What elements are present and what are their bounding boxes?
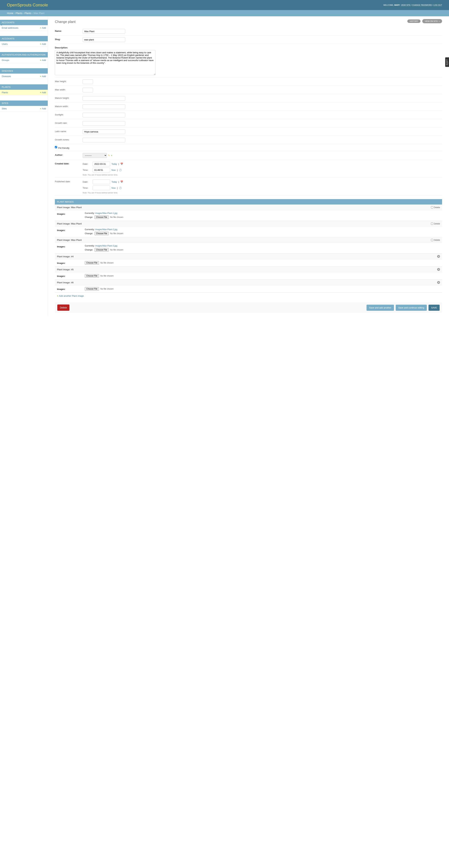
- save-add-another-button[interactable]: [366, 305, 394, 311]
- now-link[interactable]: Now: [112, 169, 116, 172]
- sidebar-app-caption[interactable]: DISEASES: [0, 68, 48, 73]
- label-growth-zones: Growth zones:: [55, 138, 83, 141]
- save-continue-button[interactable]: [396, 305, 427, 311]
- sidebar-app-caption[interactable]: PLANTS: [0, 84, 48, 90]
- sidebar-model-link[interactable]: Users: [2, 43, 8, 45]
- now-link[interactable]: Now: [112, 187, 116, 189]
- clock-icon[interactable]: 🕐: [119, 169, 122, 172]
- sidebar-model-link[interactable]: Sites: [2, 107, 7, 110]
- calendar-icon[interactable]: 📅: [120, 163, 123, 165]
- breadcrumb: Home › Plants › Plants › Wax Plant: [0, 10, 449, 16]
- sidebar-app-caption[interactable]: SITES: [0, 100, 48, 106]
- sidebar-add-link[interactable]: Add: [40, 107, 46, 110]
- label-author: Author:: [55, 153, 83, 156]
- growth-zones-input[interactable]: [83, 138, 125, 142]
- history-link[interactable]: HISTORY: [407, 20, 421, 23]
- label-images: Images:: [57, 245, 85, 248]
- label-date: Date:: [83, 163, 91, 165]
- view-on-site-link[interactable]: VIEW ON SITE: [422, 19, 442, 23]
- slug-input[interactable]: [83, 37, 125, 42]
- choose-file-button[interactable]: Choose File: [85, 287, 99, 290]
- breadcrumb-model[interactable]: Plants: [25, 12, 31, 14]
- field-max-width: Max width:: [55, 86, 442, 94]
- mature-width-input[interactable]: [83, 104, 125, 109]
- label-time: Time:: [83, 187, 91, 189]
- breadcrumb-home[interactable]: Home: [7, 12, 13, 14]
- choose-file-button[interactable]: Choose File: [94, 248, 109, 252]
- breadcrumb-app[interactable]: Plants: [16, 12, 22, 14]
- site-title[interactable]: OpenSprouts Console: [7, 3, 48, 7]
- latin-name-input[interactable]: [83, 129, 125, 134]
- sidebar-model-link[interactable]: Plants: [2, 91, 8, 94]
- save-button[interactable]: [428, 305, 440, 311]
- clock-icon[interactable]: 🕐: [119, 187, 122, 189]
- remove-inline-icon[interactable]: ✕: [437, 281, 440, 284]
- djdt-tab[interactable]: DjDT: [445, 57, 449, 67]
- label-images: Images:: [57, 287, 85, 290]
- created-date-input[interactable]: [93, 162, 110, 166]
- today-link[interactable]: Today: [112, 181, 117, 183]
- inline-form: Plant image: Wax Plant DeleteImages:Curr…: [55, 221, 442, 237]
- sidebar-app-caption[interactable]: ACCOUNTS: [0, 20, 48, 25]
- field-author: Author: --------- ✎ +: [55, 151, 442, 160]
- sidebar-app-caption[interactable]: AUTHENTICATION AND AUTHORIZATION: [0, 52, 48, 58]
- sidebar-add-link[interactable]: Add: [40, 59, 46, 61]
- choose-file-button[interactable]: Choose File: [94, 215, 109, 219]
- author-select[interactable]: ---------: [83, 153, 107, 158]
- sidebar-add-link[interactable]: Add: [40, 27, 46, 29]
- toggle-sidebar-icon[interactable]: «: [0, 23, 3, 27]
- label-images: Images:: [57, 261, 85, 265]
- field-max-height: Max height:: [55, 78, 442, 86]
- label-created-date: Created date:: [55, 162, 83, 165]
- name-input[interactable]: [83, 29, 125, 34]
- max-width-input[interactable]: [83, 88, 93, 92]
- add-another-link[interactable]: Add another Plant image: [57, 294, 84, 297]
- pet-friendly-checkbox[interactable]: [55, 146, 57, 148]
- sidebar-app: ACCOUNTSEmail addressesAdd: [0, 20, 48, 31]
- sidebar-add-link[interactable]: Add: [40, 43, 46, 45]
- sidebar-app: PLANTSPlantsAdd: [0, 84, 48, 95]
- remove-inline-icon[interactable]: ✕: [437, 255, 440, 258]
- delete-checkbox[interactable]: [431, 222, 433, 225]
- growth-rate-input[interactable]: [83, 121, 125, 126]
- sunlight-input[interactable]: [83, 113, 125, 117]
- remove-inline-icon[interactable]: ✕: [437, 268, 440, 271]
- field-mature-width: Mature width:: [55, 102, 442, 111]
- today-link[interactable]: Today: [112, 163, 117, 165]
- choose-file-button[interactable]: Choose File: [85, 274, 99, 278]
- pencil-icon[interactable]: ✎: [108, 154, 110, 157]
- sidebar-add-link[interactable]: Add: [40, 75, 46, 78]
- current-file-link[interactable]: images/Wax-Plant-1.jpg: [95, 212, 117, 214]
- plus-icon[interactable]: +: [111, 154, 112, 157]
- current-file-link[interactable]: images/Wax-Plant-3.jpg: [95, 245, 117, 247]
- field-published-date: Published date: Date: Today | 📅 Time: No…: [55, 178, 442, 196]
- calendar-icon[interactable]: 📅: [120, 181, 123, 183]
- created-time-input[interactable]: [93, 168, 110, 173]
- sidebar-model-link[interactable]: Groups: [2, 59, 9, 61]
- submit-row: Delete: [55, 302, 442, 313]
- logout-link[interactable]: LOG OUT: [433, 4, 442, 6]
- username: MARY: [394, 4, 400, 6]
- published-date-input[interactable]: [93, 180, 110, 184]
- published-time-input[interactable]: [93, 186, 110, 190]
- welcome-text: WELCOME,: [383, 4, 394, 6]
- description-input[interactable]: A delightfully chill houseplant that vin…: [55, 50, 156, 75]
- change-form: Name: Slug: Description: A delightfully …: [55, 27, 442, 313]
- delete-link[interactable]: Delete: [57, 305, 69, 311]
- sidebar-app-caption[interactable]: ACCOUNTS: [0, 36, 48, 41]
- sidebar-model-link[interactable]: Diseases: [2, 75, 11, 78]
- view-site-link[interactable]: VIEW SITE: [401, 4, 411, 6]
- sidebar-add-link[interactable]: Add: [40, 91, 46, 94]
- choose-file-button[interactable]: Choose File: [85, 261, 99, 265]
- delete-checkbox[interactable]: [431, 206, 433, 209]
- sidebar-model-link[interactable]: Email addresses: [2, 27, 19, 29]
- current-file-link[interactable]: images/Wax-Plant-2.jpg: [95, 228, 117, 231]
- inline-heading: PLANT IMAGES: [55, 199, 442, 205]
- choose-file-button[interactable]: Choose File: [94, 232, 109, 235]
- field-created-date: Created date: Date: Today | 📅 Time: Now …: [55, 160, 442, 178]
- change-password-link[interactable]: CHANGE PASSWORD: [412, 4, 432, 6]
- field-pet-friendly: Pet friendly: [55, 144, 442, 151]
- delete-checkbox[interactable]: [431, 239, 433, 241]
- max-height-input[interactable]: [83, 79, 93, 84]
- mature-height-input[interactable]: [83, 96, 125, 101]
